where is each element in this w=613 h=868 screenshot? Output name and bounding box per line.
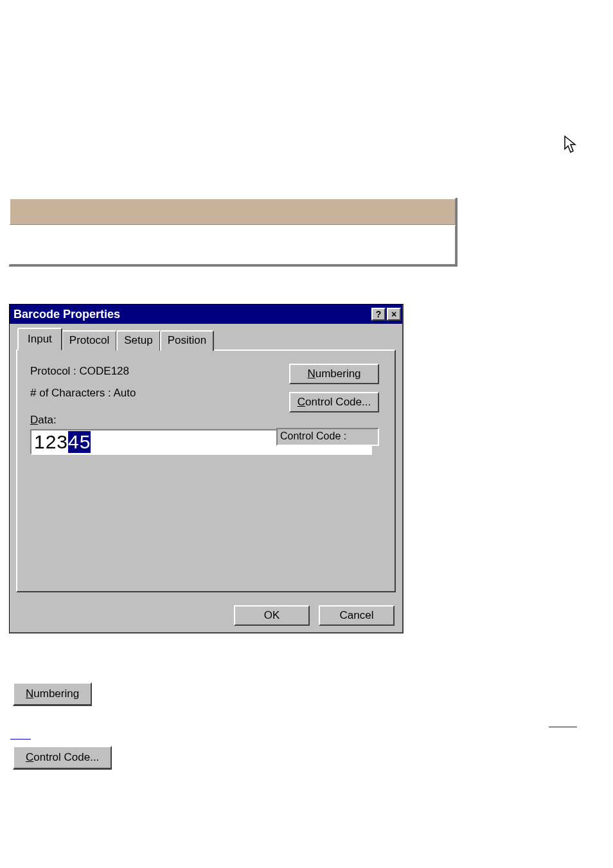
link-mark-left — [10, 738, 31, 740]
numbering-button-standalone[interactable]: Numbering — [13, 682, 92, 706]
help-button[interactable]: ? — [371, 308, 386, 321]
close-button[interactable]: × — [387, 308, 401, 321]
tab-protocol[interactable]: Protocol — [62, 330, 117, 351]
numbering-button[interactable]: Numbering — [289, 364, 379, 384]
dialog-footer: OK Cancel — [10, 599, 402, 632]
inset-panel — [9, 198, 458, 267]
cancel-button[interactable]: Cancel — [319, 605, 395, 626]
panel-header-row — [9, 198, 456, 225]
barcode-properties-dialog: Barcode Properties ? × Input Protocol Se… — [9, 304, 404, 633]
ok-button[interactable]: OK — [234, 605, 310, 626]
data-unselected: 123 — [34, 431, 68, 453]
cursor-icon — [561, 135, 579, 159]
tab-setup[interactable]: Setup — [116, 330, 160, 351]
panel-body-row — [9, 225, 456, 265]
control-code-display: Control Code : — [276, 428, 379, 446]
control-code-button-standalone[interactable]: Control Code... — [13, 746, 112, 770]
tabstrip: Input Protocol Setup Position — [20, 329, 396, 351]
tab-input[interactable]: Input — [17, 328, 62, 351]
control-code-button[interactable]: Control Code... — [289, 392, 379, 412]
tab-position[interactable]: Position — [160, 330, 214, 351]
titlebar[interactable]: Barcode Properties ? × — [10, 305, 402, 324]
dialog-title: Barcode Properties — [13, 308, 370, 321]
link-mark-right — [549, 726, 577, 727]
tab-panel-input: Protocol : CODE128 # of Characters : Aut… — [16, 350, 396, 592]
data-selected: 45 — [68, 431, 91, 453]
